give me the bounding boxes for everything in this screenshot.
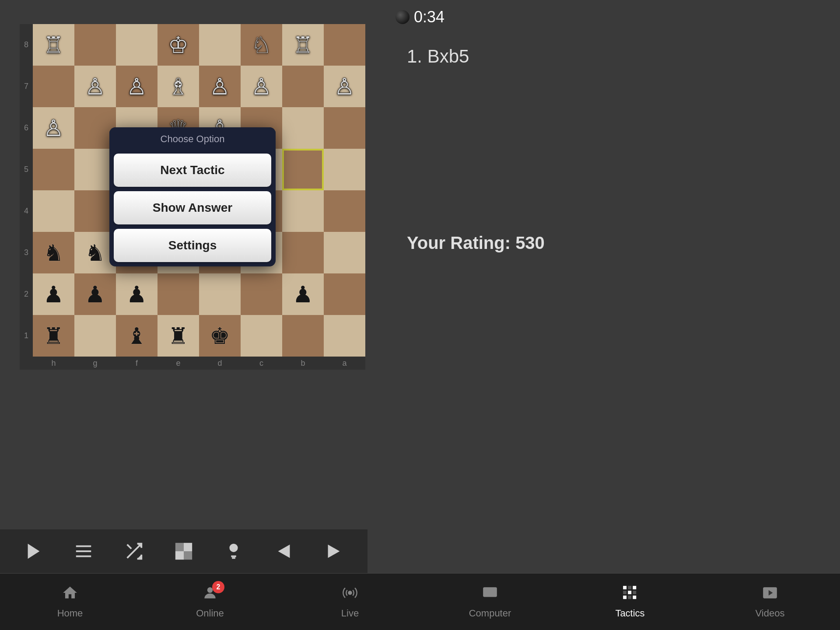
choose-option-modal: Choose Option Next Tactic Show Answer Se… bbox=[109, 127, 276, 266]
svg-rect-19 bbox=[633, 591, 636, 594]
svg-rect-17 bbox=[623, 591, 626, 594]
svg-rect-4 bbox=[175, 543, 184, 551]
svg-point-8 bbox=[230, 544, 238, 552]
timer-ball bbox=[396, 10, 410, 24]
tactics-icon bbox=[622, 586, 638, 605]
tab-label: Computer bbox=[469, 608, 511, 619]
svg-rect-2 bbox=[76, 550, 91, 552]
home-icon bbox=[62, 586, 78, 605]
rating-display: Your Rating: 530 bbox=[407, 233, 818, 253]
svg-rect-22 bbox=[633, 595, 636, 599]
svg-rect-18 bbox=[628, 591, 631, 594]
tab-label: Online bbox=[196, 608, 224, 619]
tab-item-online[interactable]: 2Online bbox=[140, 574, 280, 630]
modal-overlay: Choose Option Next Tactic Show Answer Se… bbox=[20, 24, 365, 370]
tab-label: Home bbox=[57, 608, 83, 619]
tab-label: Videos bbox=[756, 608, 785, 619]
svg-point-12 bbox=[348, 591, 352, 595]
svg-rect-21 bbox=[628, 595, 631, 599]
board-button[interactable] bbox=[164, 536, 203, 567]
move-notation: 1. Bxb5 bbox=[407, 46, 818, 67]
computer-icon bbox=[482, 586, 498, 605]
svg-rect-16 bbox=[633, 586, 636, 589]
play-button[interactable] bbox=[14, 536, 53, 567]
next-tactic-button[interactable]: Next Tactic bbox=[114, 154, 271, 187]
svg-rect-20 bbox=[623, 595, 626, 599]
tab-bar: Home2OnlineLiveComputer TacticsVideos bbox=[0, 573, 840, 630]
svg-rect-13 bbox=[483, 587, 497, 597]
videos-icon bbox=[762, 586, 778, 605]
live-icon bbox=[342, 586, 358, 605]
tab-label: Tactics bbox=[615, 608, 644, 619]
svg-marker-10 bbox=[328, 545, 340, 558]
svg-rect-7 bbox=[184, 551, 192, 560]
tab-label: Live bbox=[341, 608, 359, 619]
tab-item-videos[interactable]: Videos bbox=[700, 574, 840, 630]
svg-marker-0 bbox=[28, 544, 40, 559]
svg-rect-5 bbox=[184, 543, 192, 551]
hint-button[interactable] bbox=[214, 536, 253, 567]
tab-item-tactics[interactable]: Tactics bbox=[560, 574, 700, 630]
svg-rect-1 bbox=[76, 546, 91, 547]
svg-rect-3 bbox=[76, 556, 91, 557]
svg-rect-15 bbox=[628, 586, 631, 589]
modal-title: Choose Option bbox=[109, 127, 276, 151]
forward-button[interactable] bbox=[314, 536, 354, 567]
settings-button[interactable]: Settings bbox=[114, 229, 271, 262]
svg-marker-9 bbox=[278, 545, 290, 558]
show-answer-button[interactable]: Show Answer bbox=[114, 191, 271, 224]
notification-badge: 2 bbox=[212, 581, 224, 593]
tab-item-home[interactable]: Home bbox=[0, 574, 140, 630]
tab-item-computer[interactable]: Computer bbox=[420, 574, 560, 630]
list-button[interactable] bbox=[64, 536, 103, 567]
tab-item-live[interactable]: Live bbox=[280, 574, 420, 630]
back-button[interactable] bbox=[264, 536, 304, 567]
shuffle-button[interactable] bbox=[114, 536, 154, 567]
svg-rect-14 bbox=[623, 586, 626, 589]
bottom-toolbar bbox=[0, 529, 368, 573]
timer-display: 0:34 bbox=[414, 8, 444, 26]
right-panel: 1. Bxb5 Your Rating: 530 bbox=[389, 24, 818, 253]
svg-rect-6 bbox=[175, 551, 184, 560]
timer-area: 0:34 bbox=[241, 8, 599, 26]
